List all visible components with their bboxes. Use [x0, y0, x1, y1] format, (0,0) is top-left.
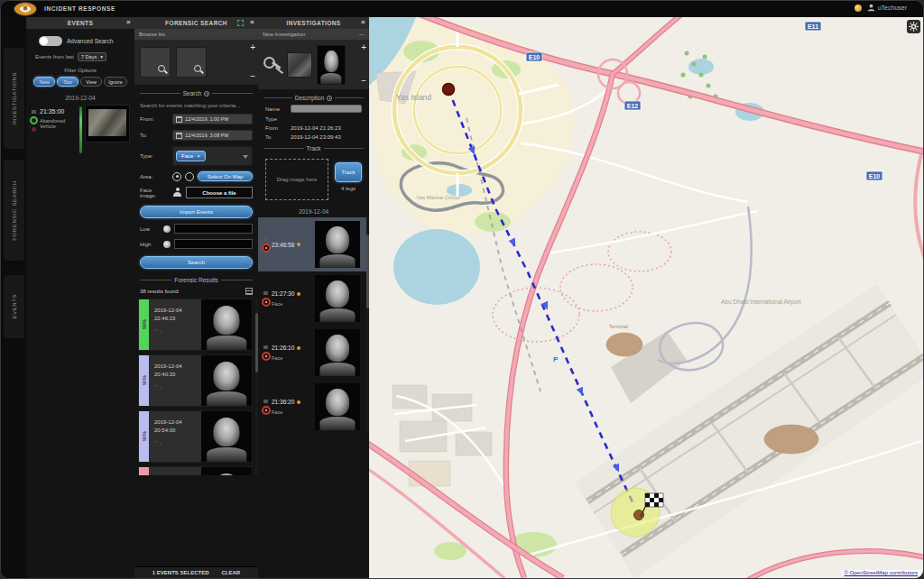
info-circle-icon[interactable] [204, 91, 209, 96]
track-time: 21:36:20 [272, 399, 294, 405]
close-icon[interactable]: × [250, 18, 254, 26]
grid-view-icon[interactable] [245, 288, 253, 295]
filter-button-view[interactable]: View [80, 77, 102, 87]
map[interactable]: E10 E12 E11 E10 Yas Island Yas Marina Ci… [369, 17, 923, 578]
result-item[interactable]: 99% 2019-12-04 22:46:23 ⌃⌄ [138, 299, 253, 351]
track-item[interactable]: 21:36:20 Face [258, 380, 369, 434]
zoom-in-button[interactable]: + [361, 43, 366, 52]
clear-button[interactable]: CLEAR [222, 570, 241, 575]
info-circle-icon[interactable] [327, 96, 332, 101]
result-face-thumbnail[interactable] [201, 467, 252, 475]
slider-handle-icon[interactable] [163, 225, 171, 233]
track-item[interactable]: 21:26:10 Face [258, 326, 369, 380]
drag-image-dropzone[interactable]: Drag image here [265, 159, 328, 200]
track-item[interactable]: 21:27:30 Face [258, 271, 369, 326]
type-label: Type [265, 116, 291, 122]
svg-text:E11: E11 [808, 23, 818, 30]
result-face-thumbnail[interactable] [201, 299, 252, 350]
event-timeline-bar[interactable] [79, 106, 82, 153]
route-end-marker[interactable] [634, 510, 644, 520]
event-thumbnail[interactable] [85, 105, 130, 142]
result-item[interactable]: 74% 2019-12-04 20:25:00 ⌃⌄ [138, 466, 253, 475]
slider-handle-icon[interactable] [163, 241, 171, 248]
browse-thumbnail[interactable] [176, 47, 207, 78]
person-icon [172, 188, 182, 198]
yas-island-label: Yas Island [396, 93, 431, 102]
track-face-thumbnail[interactable] [315, 383, 360, 430]
map-canvas[interactable]: E10 E12 E11 E10 Yas Island Yas Marina Ci… [369, 17, 923, 578]
advanced-search-label: Advanced Search [67, 38, 113, 44]
collapse-icon[interactable]: — [359, 32, 365, 37]
choose-file-button[interactable]: Choose a file [186, 187, 253, 198]
forensic-results-list[interactable]: 99% 2019-12-04 22:46:23 ⌃⌄ 90% 2019-12-0… [134, 299, 258, 475]
import-events-button[interactable]: Import Events [140, 206, 253, 218]
expand-arrows-icon[interactable]: ⌃⌄ [154, 384, 199, 390]
track-time: 23:46:58 [272, 242, 294, 248]
zoom-out-button[interactable]: − [361, 77, 366, 86]
to-value: 2019-12-04 23:09:43 [291, 134, 341, 140]
marker-dot-icon [297, 400, 300, 404]
result-face-thumbnail[interactable] [201, 411, 252, 462]
expand-icon[interactable] [237, 20, 244, 26]
type-chip-face[interactable]: Face × [176, 151, 206, 161]
track-item[interactable]: 23:46:58 [258, 217, 369, 271]
expand-arrows-icon[interactable]: ⌃⌄ [154, 328, 199, 334]
advanced-search-toggle[interactable] [39, 36, 62, 46]
events-from-select[interactable]: 7 Days ▾ [78, 52, 106, 61]
camera-icon [263, 345, 268, 349]
rail-tab-forensic-search[interactable]: FORENSIC SEARCH [4, 160, 24, 261]
event-list-item[interactable]: 21:35:00 Abandoned Vehicle [28, 105, 133, 153]
remove-chip-icon[interactable]: × [197, 153, 200, 159]
suspect-face-thumbnail[interactable] [317, 45, 346, 85]
track-button[interactable]: Track [335, 162, 362, 182]
track-time: 21:27:30 [272, 290, 294, 297]
rail-tab-events[interactable]: EVENTS [4, 275, 24, 338]
chevron-down-icon[interactable] [243, 155, 248, 159]
result-item[interactable]: 90% 2019-12-04 20:40:20 ⌃⌄ [138, 354, 253, 407]
track-face-thumbnail[interactable] [315, 275, 360, 322]
area-target-icon[interactable] [172, 172, 181, 181]
camera-icon [263, 291, 268, 295]
map-attribution[interactable]: © OpenStreetMap contributors [842, 570, 920, 575]
new-investigation-label: New Investigation [263, 32, 305, 37]
close-icon[interactable]: × [361, 18, 365, 26]
track-list[interactable]: 23:46:58 21:27:30 Face [258, 217, 369, 434]
track-face-thumbnail[interactable] [315, 329, 360, 376]
rail-tab-investigations[interactable]: INVESTIGATIONS [4, 48, 24, 149]
chevron-down-icon: ▾ [100, 54, 103, 60]
zoom-out-button[interactable]: − [250, 72, 255, 81]
map-settings-button[interactable] [907, 20, 920, 33]
filter-button-star[interactable]: Star [57, 77, 79, 87]
from-date-input[interactable]: 12/4/2019, 1:00 PM [172, 114, 253, 124]
route-start-marker[interactable] [443, 84, 455, 96]
track-section-label: Track [307, 145, 321, 152]
alert-dot-icon [32, 127, 36, 132]
search-button[interactable]: Search [140, 256, 253, 269]
from-value: 2019-12-04 21:26:23 [291, 125, 341, 131]
user-icon [867, 4, 875, 12]
close-icon[interactable]: × [126, 18, 131, 26]
score-bar: 99% [139, 299, 149, 350]
low-input[interactable] [174, 224, 253, 234]
to-date-input[interactable]: 12/4/2019, 3:08 PM [172, 130, 253, 141]
type-input[interactable]: Face × [172, 146, 253, 166]
filter-button-ignore[interactable]: Ignore [104, 77, 127, 87]
result-face-thumbnail[interactable] [201, 355, 252, 406]
select-on-map-button[interactable]: Select On Map [198, 171, 253, 181]
events-date-header: 2019-12-04 [26, 95, 134, 101]
result-item[interactable]: 90% 2019-12-04 20:54:00 ⌃⌄ [138, 410, 253, 463]
track-face-thumbnail[interactable] [315, 221, 360, 268]
forensic-panel-title: FORENSIC SEARCH [165, 20, 227, 26]
name-input[interactable] [291, 105, 362, 113]
zoom-in-button[interactable]: + [250, 43, 255, 52]
filter-button-new[interactable]: New [33, 77, 55, 87]
key-icon [263, 55, 282, 75]
marker-dot-icon [297, 292, 300, 296]
user-menu[interactable]: uTechuser [867, 4, 907, 12]
event-label: Abandoned Vehicle [40, 118, 79, 129]
expand-arrows-icon[interactable]: ⌃⌄ [154, 440, 199, 446]
browse-thumbnail[interactable] [140, 47, 171, 78]
scene-thumbnail[interactable] [287, 52, 312, 78]
high-input[interactable] [174, 239, 253, 249]
area-circle-icon[interactable] [185, 172, 194, 181]
